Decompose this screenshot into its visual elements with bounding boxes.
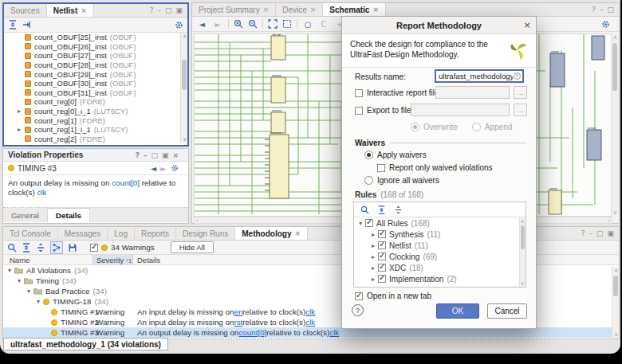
overwrite-radio[interactable] <box>411 123 419 131</box>
expand-caret-icon[interactable]: ▾ <box>27 288 30 295</box>
close-icon[interactable]: × <box>172 151 179 159</box>
close-icon[interactable]: × <box>310 6 317 14</box>
tab-details[interactable]: Details <box>48 208 90 222</box>
close-icon[interactable]: × <box>518 20 536 30</box>
expand-caret-icon[interactable]: ▸ <box>372 242 375 249</box>
expand-caret-icon[interactable]: ▸ <box>18 126 25 133</box>
rule-checkbox[interactable] <box>378 230 386 238</box>
scroll-left-icon[interactable]: ‹ <box>196 217 199 224</box>
search-icon[interactable] <box>360 205 369 214</box>
netlist-scrollbar[interactable]: ∧ ∨ <box>180 33 187 143</box>
net-link[interactable]: rst <box>234 318 242 327</box>
tab-reports[interactable]: Reports <box>135 227 176 240</box>
dialog-titlebar[interactable]: Report Methodology × <box>342 17 536 34</box>
zoom-out-icon[interactable] <box>248 19 258 29</box>
scroll-up-icon[interactable]: ∧ <box>521 218 524 224</box>
netlist-item[interactable]: count_reg[2](FDRE) <box>4 135 187 143</box>
close-icon[interactable]: × <box>81 6 87 14</box>
rule-row[interactable]: ▸Synthesis(11) <box>354 229 526 240</box>
netlist-item[interactable]: ▸count_reg[0]_i_1(LUT6CY) <box>4 107 187 116</box>
results-name-input[interactable] <box>435 69 524 83</box>
interactive-report-file-field[interactable] <box>435 86 510 99</box>
expand-caret-icon[interactable]: ▾ <box>8 267 11 274</box>
netlist-item[interactable]: count_OBUF[27]_inst(OBUF) <box>4 51 187 61</box>
settings-gear-icon[interactable] <box>601 20 610 29</box>
apply-waivers-radio[interactable] <box>364 151 373 159</box>
tab-netlist[interactable]: Netlist × <box>47 4 94 17</box>
help-icon[interactable]: ? <box>150 6 154 14</box>
expand-cone-icon[interactable] <box>22 20 32 29</box>
scroll-thumb[interactable] <box>613 276 618 296</box>
tab-messages[interactable]: Messages <box>58 227 108 240</box>
collapse-all-icon[interactable] <box>394 205 403 214</box>
expand-caret-icon[interactable]: ▾ <box>37 298 40 305</box>
browse-button[interactable]: … <box>514 104 527 116</box>
minimize-icon[interactable]: – <box>144 151 148 159</box>
zoom-in-icon[interactable] <box>234 19 243 29</box>
rule-checkbox[interactable] <box>378 241 386 249</box>
netlist-item[interactable]: count_reg[0](FDRE) <box>4 97 187 107</box>
ok-button[interactable]: OK <box>436 303 479 319</box>
expand-caret-icon[interactable]: ▾ <box>359 220 362 227</box>
scroll-thumb[interactable] <box>612 43 617 91</box>
rule-checkbox[interactable] <box>378 264 386 272</box>
scroll-thumb[interactable] <box>521 225 525 249</box>
rule-row[interactable]: ▸Implementation(2) <box>354 273 526 284</box>
clear-icon[interactable]: × <box>514 72 521 80</box>
column-severity[interactable]: Severity ^1 <box>93 255 133 265</box>
export-checkbox[interactable] <box>355 107 363 115</box>
float-icon[interactable]: ▣ <box>175 6 183 14</box>
net-link[interactable]: count[0] <box>112 178 140 187</box>
rule-checkbox[interactable] <box>365 219 373 227</box>
ignore-waivers-radio[interactable] <box>364 176 373 185</box>
close-icon[interactable]: × <box>372 6 379 14</box>
forward-icon[interactable]: ► <box>160 164 167 173</box>
netlist-item[interactable]: count_OBUF[25]_inst(OBUF) <box>4 33 187 42</box>
expand-caret-icon[interactable]: ▸ <box>18 108 25 115</box>
clock-link[interactable]: clk <box>305 307 315 316</box>
help-button[interactable]: ? <box>352 304 364 316</box>
browse-button[interactable]: … <box>514 86 527 99</box>
tab-general[interactable]: General <box>3 208 48 222</box>
expand-caret-icon[interactable]: ▸ <box>372 276 375 283</box>
hide-all-button[interactable]: Hide All <box>171 241 214 253</box>
help-icon[interactable]: ? <box>592 6 596 14</box>
close-icon[interactable]: × <box>263 6 270 14</box>
float-icon[interactable]: ▣ <box>607 229 614 237</box>
net-link[interactable]: count[10] <box>238 339 270 339</box>
back-icon[interactable]: ◄ <box>196 20 207 29</box>
minimize-icon[interactable]: – <box>157 6 161 14</box>
rule-row[interactable]: ▸Netlist(11) <box>354 240 526 251</box>
rule-row[interactable]: ▸XDC(18) <box>354 262 526 273</box>
netlist-item[interactable]: count_OBUF[28]_inst(OBUF) <box>4 61 187 70</box>
back-icon[interactable]: ◄ <box>151 164 157 173</box>
autofit-icon[interactable]: C <box>318 20 329 29</box>
expand-caret-icon[interactable]: ▸ <box>372 231 375 238</box>
tab-sources[interactable]: Sources <box>4 4 47 17</box>
export-file-field[interactable] <box>411 104 510 116</box>
tab-tcl-console[interactable]: Tcl Console <box>3 227 58 240</box>
tab-methodology[interactable]: Methodology× <box>235 227 308 240</box>
clock-link[interactable]: clk <box>329 328 339 337</box>
settings-gear-icon[interactable] <box>175 21 183 29</box>
help-icon[interactable]: ? <box>581 229 585 237</box>
column-name[interactable]: Name <box>10 256 30 264</box>
column-details[interactable]: Details <box>137 256 160 264</box>
rule-row[interactable]: ▸Clocking(69) <box>354 251 526 262</box>
maximize-icon[interactable]: □ <box>151 151 158 159</box>
methodology-scrollbar[interactable]: ∧ ∨ <box>612 267 619 339</box>
clock-link[interactable]: clk <box>37 188 46 197</box>
refresh-icon[interactable]: ○ <box>302 20 313 29</box>
tab-design-runs[interactable]: Design Runs <box>176 227 235 240</box>
zoom-fit-icon[interactable] <box>268 19 278 29</box>
tab-schematic[interactable]: Schematic× <box>323 3 386 16</box>
netlist-item[interactable]: count_OBUF[29]_inst(OBUF) <box>4 69 187 79</box>
clock-link[interactable]: clk <box>334 339 344 339</box>
save-icon[interactable] <box>68 243 77 252</box>
group-by-icon[interactable] <box>50 241 63 254</box>
expand-all-icon[interactable] <box>22 243 31 252</box>
float-icon[interactable]: ▣ <box>162 151 169 159</box>
zoom-selection-icon[interactable] <box>282 19 292 29</box>
warnings-checkbox[interactable] <box>90 244 98 252</box>
interactive-report-checkbox[interactable] <box>355 89 363 97</box>
